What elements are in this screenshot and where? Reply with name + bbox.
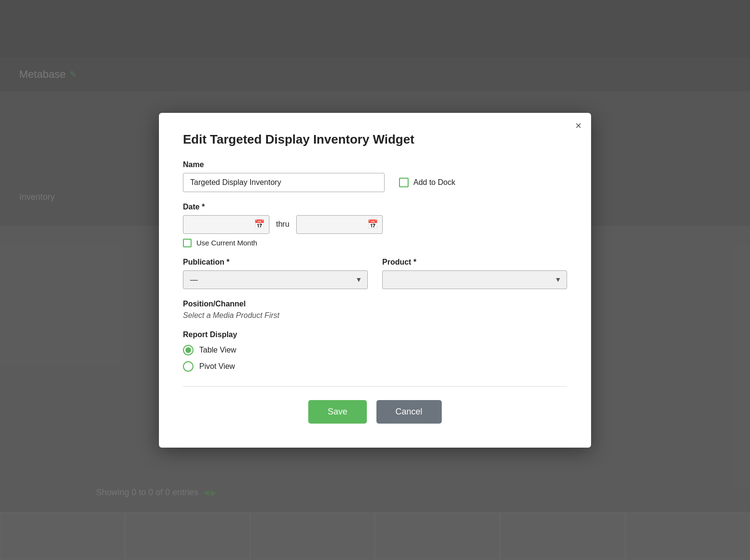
date-from-input[interactable]	[183, 215, 269, 234]
use-current-month-label: Use Current Month	[196, 239, 257, 247]
use-current-month-checkbox[interactable]	[183, 239, 192, 247]
name-label: Name	[183, 160, 567, 169]
report-display-label: Report Display	[183, 330, 567, 339]
name-row: Add to Dock	[183, 173, 567, 192]
position-channel-row: Position/Channel Select a Media Product …	[183, 300, 567, 320]
report-display-row: Report Display Table View Pivot View	[183, 330, 567, 372]
modal-buttons: Save Cancel	[183, 400, 567, 424]
modal-close-button[interactable]: ×	[575, 121, 581, 131]
product-select-wrapper: ▼	[382, 270, 567, 289]
date-to-wrapper: 📅	[296, 215, 383, 234]
name-input[interactable]	[183, 173, 385, 192]
use-current-month-group: Use Current Month	[183, 239, 567, 247]
modal-overlay: × Edit Targeted Display Inventory Widget…	[0, 0, 750, 560]
publication-label: Publication *	[183, 258, 368, 267]
product-label: Product *	[382, 258, 567, 267]
product-select[interactable]	[382, 270, 567, 289]
table-view-radio[interactable]	[183, 345, 194, 355]
publication-col: Publication * — ▼	[183, 258, 368, 289]
table-view-label: Table View	[199, 346, 236, 354]
add-to-dock-group: Add to Dock	[399, 178, 455, 187]
add-to-dock-label: Add to Dock	[413, 178, 455, 187]
position-channel-label: Position/Channel	[183, 300, 567, 308]
date-row: 📅 thru 📅	[183, 215, 567, 234]
thru-label: thru	[276, 220, 290, 229]
name-field-row: Name Add to Dock	[183, 160, 567, 192]
pivot-view-option[interactable]: Pivot View	[183, 361, 567, 372]
publication-product-row: Publication * — ▼ Product * ▼	[183, 258, 567, 289]
position-channel-hint: Select a Media Product First	[183, 311, 567, 320]
save-button[interactable]: Save	[308, 400, 366, 424]
date-from-wrapper: 📅	[183, 215, 269, 234]
modal-dialog: × Edit Targeted Display Inventory Widget…	[159, 113, 591, 448]
date-to-input[interactable]	[296, 215, 383, 234]
publication-select-wrapper: — ▼	[183, 270, 368, 289]
modal-title: Edit Targeted Display Inventory Widget	[183, 132, 567, 147]
publication-select[interactable]: —	[183, 270, 368, 289]
table-view-option[interactable]: Table View	[183, 345, 567, 355]
pivot-view-label: Pivot View	[199, 362, 235, 371]
pivot-view-radio[interactable]	[183, 361, 194, 372]
date-field-row: Date * 📅 thru 📅 Use Current Month	[183, 203, 567, 247]
add-to-dock-checkbox[interactable]	[399, 178, 409, 187]
modal-divider	[183, 386, 567, 387]
product-col: Product * ▼	[382, 258, 567, 289]
cancel-button[interactable]: Cancel	[376, 400, 442, 424]
date-label: Date *	[183, 203, 567, 211]
radio-group: Table View Pivot View	[183, 345, 567, 372]
